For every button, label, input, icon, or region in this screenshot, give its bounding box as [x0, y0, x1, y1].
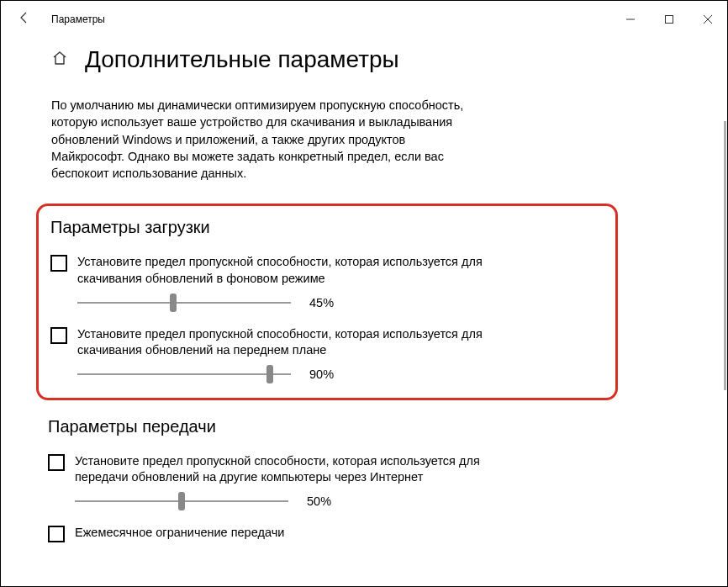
close-button[interactable] — [688, 6, 727, 33]
page-description: По умолчанию мы динамически оптимизируем… — [51, 97, 480, 182]
window-title: Параметры — [51, 13, 105, 25]
foreground-limit-label: Установите предел пропускной способности… — [77, 326, 514, 359]
upload-limit-slider[interactable] — [75, 493, 288, 510]
maximize-button[interactable] — [650, 6, 688, 33]
monthly-limit-checkbox[interactable] — [48, 526, 65, 542]
download-section-highlight: Параметры загрузки Установите предел про… — [36, 204, 618, 399]
background-limit-slider[interactable] — [77, 294, 291, 311]
download-section-title: Параметры загрузки — [50, 218, 604, 237]
upload-limit-value: 50% — [307, 494, 331, 508]
home-icon[interactable] — [51, 50, 68, 71]
page-title: Дополнительные параметры — [85, 46, 399, 73]
upload-limit-checkbox[interactable] — [48, 454, 65, 471]
background-limit-label: Установите предел пропускной способности… — [77, 254, 514, 287]
background-limit-value: 45% — [309, 296, 334, 309]
monthly-limit-label: Ежемесячное ограничение передачи — [75, 525, 284, 542]
back-button[interactable] — [18, 11, 31, 28]
background-limit-checkbox[interactable] — [50, 255, 67, 272]
foreground-limit-slider[interactable] — [77, 366, 291, 383]
foreground-limit-value: 90% — [309, 368, 334, 381]
upload-section-title: Параметры передачи — [48, 417, 677, 436]
upload-limit-label: Установите предел пропускной способности… — [75, 453, 512, 486]
svg-rect-1 — [666, 16, 673, 24]
foreground-limit-checkbox[interactable] — [50, 327, 67, 344]
minimize-button[interactable] — [611, 6, 650, 33]
